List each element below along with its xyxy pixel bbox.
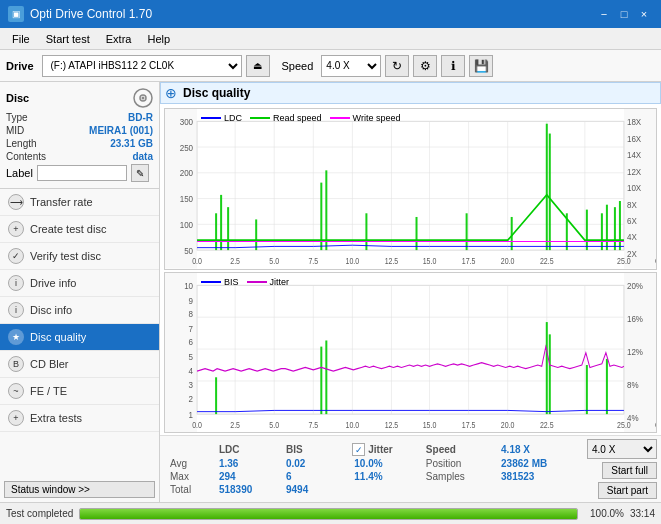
legend-ldc-label: LDC <box>224 113 242 123</box>
minimize-button[interactable]: − <box>595 5 613 23</box>
menu-extra[interactable]: Extra <box>98 31 140 47</box>
svg-text:17.5: 17.5 <box>462 256 476 266</box>
avg-ldc-value: 1.36 <box>213 457 280 470</box>
legend-ldc-color <box>201 117 221 119</box>
panel-header-icon: ⊕ <box>165 85 177 101</box>
sidebar-item-verify-test-disc[interactable]: ✓ Verify test disc <box>0 243 159 270</box>
sidebar-item-fe-te[interactable]: ~ FE / TE <box>0 378 159 405</box>
disc-label-input[interactable] <box>37 165 127 181</box>
maximize-button[interactable]: □ <box>615 5 633 23</box>
svg-text:0.0: 0.0 <box>192 256 202 266</box>
svg-rect-67 <box>606 205 608 250</box>
speed-select[interactable]: 4.0 X <box>321 55 381 77</box>
info-button[interactable]: ℹ <box>441 55 465 77</box>
start-full-button[interactable]: Start full <box>602 462 657 479</box>
chart2-legend: BIS Jitter <box>197 275 293 289</box>
sidebar-item-create-test-disc[interactable]: + Create test disc <box>0 216 159 243</box>
col-header-speed-val: 4.18 X <box>495 442 581 457</box>
menu-file[interactable]: File <box>4 31 38 47</box>
disc-info-icon: i <box>8 302 24 318</box>
disc-title: Disc <box>6 92 29 104</box>
svg-text:7.5: 7.5 <box>308 256 318 266</box>
svg-text:150: 150 <box>180 193 193 204</box>
svg-rect-124 <box>606 358 608 413</box>
progress-bar-container <box>79 508 578 520</box>
legend-bis: BIS <box>201 277 239 287</box>
svg-text:6X: 6X <box>627 216 637 227</box>
sidebar-item-cd-bler[interactable]: B CD Bler <box>0 351 159 378</box>
window-controls: − □ × <box>595 5 653 23</box>
eject-button[interactable]: ⏏ <box>246 55 270 77</box>
legend-write-speed: Write speed <box>330 113 401 123</box>
svg-point-2 <box>142 97 145 100</box>
svg-text:16X: 16X <box>627 133 641 144</box>
svg-text:1: 1 <box>189 409 193 420</box>
sidebar-item-disc-quality[interactable]: ★ Disc quality <box>0 324 159 351</box>
svg-rect-118 <box>215 377 217 414</box>
svg-text:12X: 12X <box>627 166 641 177</box>
samples-value: 381523 <box>495 470 581 483</box>
svg-text:6: 6 <box>189 336 193 347</box>
svg-rect-62 <box>546 124 548 250</box>
position-value: 23862 MB <box>495 457 581 470</box>
extra-tests-icon: + <box>8 410 24 426</box>
svg-rect-63 <box>549 134 551 251</box>
col-header-bis: BIS <box>280 442 331 457</box>
svg-text:15.0: 15.0 <box>423 256 437 266</box>
svg-rect-122 <box>549 334 551 414</box>
legend-bis-color <box>201 281 221 283</box>
legend-write-label: Write speed <box>353 113 401 123</box>
svg-text:12.5: 12.5 <box>385 419 399 429</box>
progress-text: 100.0% <box>584 508 624 519</box>
sidebar-item-disc-info[interactable]: i Disc info <box>0 297 159 324</box>
max-jitter-value: 11.4% <box>348 470 420 483</box>
avg-label: Avg <box>164 457 213 470</box>
svg-text:200: 200 <box>180 168 193 179</box>
svg-text:10.0: 10.0 <box>346 419 360 429</box>
status-window-button[interactable]: Status window >> <box>4 481 155 498</box>
drive-label: Drive <box>6 60 34 72</box>
refresh-button[interactable]: ↻ <box>385 55 409 77</box>
col-header-empty <box>164 442 213 457</box>
disc-header: Disc <box>6 88 153 108</box>
svg-text:25.0: 25.0 <box>617 256 631 266</box>
status-window-area: Status window >> <box>0 477 159 502</box>
jitter-label: Jitter <box>368 444 392 455</box>
svg-text:10.0: 10.0 <box>346 256 360 266</box>
jitter-check-group: ✓ Jitter <box>352 443 416 456</box>
legend-jitter-label: Jitter <box>270 277 290 287</box>
disc-label-edit-button[interactable]: ✎ <box>131 164 149 182</box>
svg-text:2: 2 <box>189 393 193 404</box>
legend-ldc: LDC <box>201 113 242 123</box>
disc-type-value: BD-R <box>128 112 153 123</box>
svg-text:12%: 12% <box>627 346 643 357</box>
sidebar-item-transfer-rate[interactable]: ⟶ Transfer rate <box>0 189 159 216</box>
max-ldc-value: 294 <box>213 470 280 483</box>
svg-text:GB: GB <box>655 256 656 266</box>
disc-type-label: Type <box>6 112 28 123</box>
jitter-checkbox[interactable]: ✓ <box>352 443 365 456</box>
menu-help[interactable]: Help <box>139 31 178 47</box>
drive-select[interactable]: (F:) ATAPI iHBS112 2 CL0K <box>42 55 242 77</box>
start-part-button[interactable]: Start part <box>598 482 657 499</box>
close-button[interactable]: × <box>635 5 653 23</box>
save-button[interactable]: 💾 <box>469 55 493 77</box>
speed-mode-select[interactable]: 4.0 X <box>587 439 657 459</box>
svg-text:25.0: 25.0 <box>617 419 631 429</box>
svg-text:22.5: 22.5 <box>540 256 554 266</box>
speed-label: Speed <box>282 60 314 72</box>
status-bar: Test completed 100.0% 33:14 <box>0 502 661 524</box>
disc-length-label: Length <box>6 138 37 149</box>
sidebar-item-extra-tests[interactable]: + Extra tests <box>0 405 159 432</box>
svg-text:22.5: 22.5 <box>540 419 554 429</box>
avg-jitter-value: 10.0% <box>348 457 420 470</box>
drive-info-icon: i <box>8 275 24 291</box>
app-icon: ▣ <box>8 6 24 22</box>
progress-bar-fill <box>80 509 577 519</box>
settings-button[interactable]: ⚙ <box>413 55 437 77</box>
menu-bar: File Start test Extra Help <box>0 28 661 50</box>
sidebar-item-drive-info[interactable]: i Drive info <box>0 270 159 297</box>
disc-length-row: Length 23.31 GB <box>6 138 153 149</box>
menu-start-test[interactable]: Start test <box>38 31 98 47</box>
fe-te-icon: ~ <box>8 383 24 399</box>
